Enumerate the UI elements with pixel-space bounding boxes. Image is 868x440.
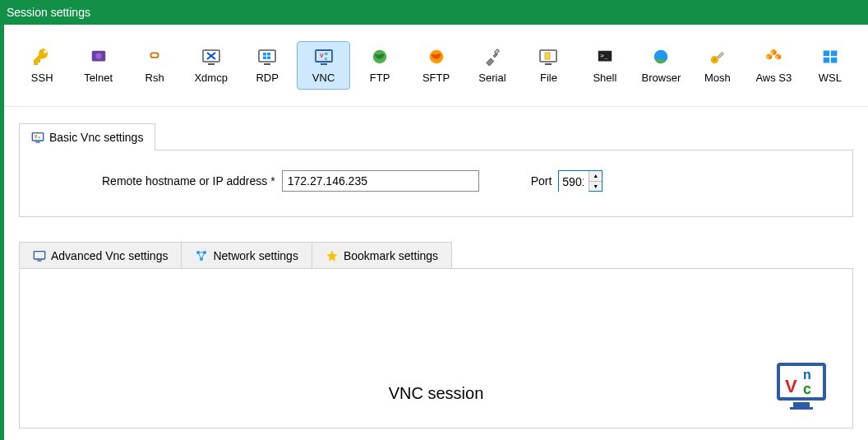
protocol-rdp[interactable]: RDP (241, 41, 293, 90)
protocol-awss3[interactable]: Aws S3 (747, 41, 800, 90)
window-titlebar: Session settings (0, 0, 868, 25)
vnc-screen-icon: Vnc (314, 47, 334, 67)
tab-label: Bookmark settings (344, 249, 438, 262)
port-spin-down[interactable]: ▼ (589, 182, 602, 192)
network-icon (195, 249, 208, 262)
protocol-label: Aws S3 (755, 72, 792, 84)
svg-text:>_: >_ (600, 52, 607, 59)
svg-rect-30 (32, 133, 43, 141)
protocol-toolbar: SSH Telnet Rsh Xdmcp RDP (4, 25, 868, 107)
chain-icon (145, 47, 164, 67)
satellite-icon (708, 47, 727, 67)
vnc-small-icon: Vc (31, 131, 44, 144)
tab-advanced-vnc-settings[interactable]: Advanced Vnc settings (19, 242, 182, 269)
protocol-xdmcp[interactable]: Xdmcp (184, 41, 237, 90)
protocol-label: WSL (819, 72, 842, 84)
protocol-label: Browser (642, 72, 681, 84)
file-screen-icon (538, 47, 558, 67)
vnc-large-icon: V n c (775, 359, 828, 412)
protocol-label: SFTP (422, 72, 450, 84)
protocol-label: Mosh (704, 72, 731, 84)
globe-orange-icon (427, 47, 446, 67)
host-label: Remote hostname or IP address * (102, 174, 275, 188)
svg-rect-41 (790, 407, 813, 410)
star-icon (326, 249, 339, 262)
svg-rect-9 (267, 57, 270, 60)
tab-label: Network settings (213, 249, 298, 262)
tab-basic-vnc-settings[interactable]: Vc Basic Vnc settings (19, 123, 155, 151)
svg-point-1 (95, 53, 101, 58)
svg-rect-20 (545, 53, 550, 59)
port-label: Port (531, 174, 552, 188)
port-input[interactable] (559, 171, 589, 192)
window-title: Session settings (7, 6, 90, 19)
protocol-shell[interactable]: >_ Shell (579, 41, 631, 90)
protocol-file[interactable]: File (522, 41, 575, 90)
plug-icon (482, 47, 502, 67)
protocol-label: VNC (312, 72, 335, 84)
tab-network-settings[interactable]: Network settings (182, 242, 312, 269)
port-spinner[interactable]: ▲ ▼ (558, 170, 603, 192)
protocol-label: Rsh (145, 72, 164, 84)
svg-rect-8 (263, 57, 266, 60)
tab-label: Basic Vnc settings (49, 131, 143, 144)
protocol-ssh[interactable]: SSH (16, 41, 68, 90)
svg-rect-10 (316, 50, 332, 62)
protocol-telnet[interactable]: Telnet (72, 41, 124, 90)
svg-rect-5 (264, 63, 270, 65)
svg-text:c: c (325, 56, 328, 61)
svg-text:V: V (320, 53, 324, 58)
protocol-vnc[interactable]: Vnc VNC (297, 41, 349, 90)
svg-rect-28 (823, 58, 829, 63)
svg-rect-17 (494, 49, 499, 53)
svg-text:c: c (803, 381, 811, 397)
protocol-label: FTP (370, 72, 390, 84)
svg-rect-26 (823, 51, 829, 57)
browser-globe-icon (651, 47, 671, 67)
protocol-ftp[interactable]: FTP (353, 41, 406, 90)
svg-text:V: V (785, 376, 797, 396)
protocol-label: SSH (31, 72, 53, 84)
windows-screen-icon (257, 47, 277, 67)
protocol-label: Serial (478, 72, 506, 84)
protocol-label: File (540, 72, 557, 84)
globe-green-icon (370, 47, 390, 67)
protocol-wsl[interactable]: WSL (804, 41, 856, 90)
cubes-icon (764, 47, 783, 67)
svg-text:n: n (803, 368, 811, 382)
svg-rect-3 (208, 63, 215, 65)
tab-label: Advanced Vnc settings (51, 249, 168, 262)
protocol-label: Telnet (84, 72, 113, 84)
vnc-small-icon (33, 249, 46, 262)
protocol-label: RDP (256, 72, 278, 84)
svg-rect-27 (831, 51, 838, 57)
svg-rect-11 (321, 63, 327, 65)
svg-text:c: c (39, 135, 41, 139)
telnet-icon (89, 47, 108, 67)
svg-rect-19 (545, 63, 552, 65)
protocol-sftp[interactable]: SFTP (409, 41, 462, 90)
host-input[interactable] (282, 170, 479, 192)
svg-rect-31 (35, 141, 39, 142)
protocol-mosh[interactable]: Mosh (691, 41, 744, 90)
protocol-label: Shell (593, 72, 616, 84)
protocol-label: Xdmcp (194, 72, 227, 84)
protocol-serial[interactable]: Serial (466, 41, 519, 90)
port-spin-up[interactable]: ▲ (589, 171, 602, 182)
protocol-browser[interactable]: Browser (635, 41, 687, 90)
tab-bookmark-settings[interactable]: Bookmark settings (312, 242, 452, 269)
windows-icon (820, 47, 840, 67)
basic-settings-panel: Remote hostname or IP address * Port ▲ ▼ (19, 150, 853, 217)
svg-text:V: V (35, 135, 38, 139)
svg-rect-34 (34, 252, 44, 259)
x-screen-icon (201, 47, 221, 67)
terminal-icon: >_ (595, 47, 615, 67)
svg-rect-4 (259, 50, 275, 62)
session-type-title: VNC session (20, 384, 852, 403)
svg-rect-40 (793, 402, 810, 407)
protocol-rsh[interactable]: Rsh (128, 41, 181, 90)
key-icon (32, 47, 52, 67)
svg-rect-7 (267, 53, 270, 56)
advanced-panel: VNC session V n c (19, 268, 853, 428)
svg-point-25 (713, 58, 716, 62)
